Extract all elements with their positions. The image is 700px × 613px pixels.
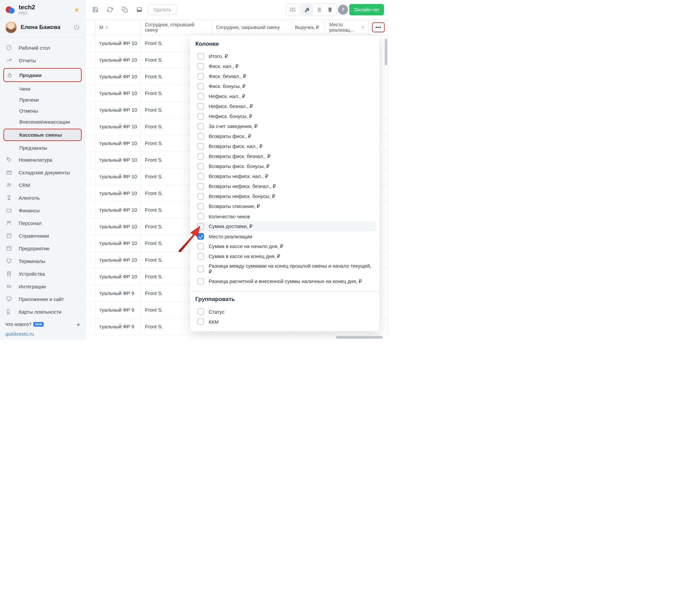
- trash-icon[interactable]: [324, 4, 336, 15]
- checkbox[interactable]: [197, 73, 204, 80]
- horizontal-scrollbar[interactable]: [87, 336, 383, 339]
- column-option[interactable]: Сумма доставки, ₽: [195, 221, 376, 231]
- column-option[interactable]: Возвраты фиск. нал., ₽: [195, 141, 376, 151]
- th-place[interactable]: Место реализац...▲▼: [325, 19, 369, 35]
- checkbox[interactable]: [197, 253, 204, 260]
- delete-button[interactable]: Удалить: [148, 4, 176, 15]
- checkbox[interactable]: [197, 203, 204, 210]
- sidebar-item-6[interactable]: Внесения/инкассации: [0, 116, 85, 127]
- column-option[interactable]: Сумма в кассе на конец дня, ₽: [195, 251, 376, 261]
- column-option[interactable]: Разница расчетной и внесенной суммы нали…: [195, 276, 376, 286]
- checkbox[interactable]: [197, 133, 204, 140]
- table-cell: [85, 318, 95, 335]
- group-option[interactable]: ККМ: [195, 317, 376, 327]
- column-option[interactable]: Возвраты фиск. безнал., ₽: [195, 151, 376, 161]
- whats-new-row[interactable]: Что нового? NEW «: [5, 319, 80, 329]
- sidebar-item-5[interactable]: Отмены: [0, 105, 85, 116]
- column-option[interactable]: Возвраты нефиск. безнал., ₽: [195, 181, 376, 191]
- column-option[interactable]: Место реализации: [195, 231, 376, 241]
- sidebar-item-16[interactable]: Предприятие: [0, 242, 85, 255]
- sliders-icon[interactable]: [287, 4, 298, 15]
- inbox-icon[interactable]: [133, 4, 145, 16]
- checkbox[interactable]: [197, 113, 204, 120]
- checkbox[interactable]: [197, 213, 204, 220]
- checkbox[interactable]: [197, 93, 204, 100]
- checkbox[interactable]: [197, 123, 204, 130]
- checkbox[interactable]: [197, 308, 204, 315]
- column-option[interactable]: Нефиск. безнал., ₽: [195, 101, 376, 111]
- checkbox[interactable]: [197, 173, 204, 180]
- help-icon[interactable]: ?: [338, 5, 348, 15]
- column-option[interactable]: Возвраты нефиск. нал., ₽: [195, 171, 376, 181]
- columns-more-button[interactable]: •••: [372, 22, 385, 32]
- checkbox[interactable]: [197, 223, 204, 230]
- column-option[interactable]: Фиск. безнал., ₽: [195, 71, 376, 81]
- sidebar-item-12[interactable]: Алкоголь: [0, 191, 85, 204]
- column-option-label: Сумма в кассе на начало дня, ₽: [209, 243, 283, 249]
- checkbox[interactable]: [197, 163, 204, 170]
- column-option[interactable]: Возвраты нефиск. бонусы, ₽: [195, 191, 376, 201]
- th-close-employee[interactable]: Сотрудник, закрывший смену: [212, 19, 291, 35]
- checkbox[interactable]: [197, 193, 204, 200]
- sidebar-item-18[interactable]: Устройства: [0, 268, 85, 280]
- column-option[interactable]: Нефиск. нал., ₽: [195, 91, 376, 101]
- sidebar-item-19[interactable]: Интеграции: [0, 280, 85, 293]
- column-option[interactable]: За счет заведения, ₽: [195, 121, 376, 131]
- checkbox[interactable]: [197, 183, 204, 190]
- vertical-scrollbar[interactable]: [384, 37, 387, 320]
- save-icon[interactable]: [89, 4, 101, 16]
- refresh-icon[interactable]: [104, 4, 116, 16]
- columns-dropdown[interactable]: Колонки Итого, ₽Фиск. нал., ₽Фиск. безна…: [190, 35, 379, 331]
- group-option[interactable]: Статус: [195, 306, 376, 317]
- sidebar-item-15[interactable]: Справочники: [0, 229, 85, 242]
- checkbox[interactable]: [197, 278, 204, 285]
- logout-icon[interactable]: [74, 24, 80, 31]
- column-option[interactable]: Возвраты фиск. бонусы, ₽: [195, 161, 376, 171]
- checkbox[interactable]: [197, 243, 204, 250]
- sidebar-item-13[interactable]: Финансы: [0, 204, 85, 217]
- footer-link[interactable]: quickresto.ru: [5, 329, 80, 337]
- sidebar-item-2[interactable]: Продажи: [3, 68, 82, 82]
- sidebar-item-9[interactable]: Номенклатура: [0, 153, 85, 166]
- checkbox[interactable]: [197, 83, 204, 90]
- checkbox[interactable]: [197, 53, 204, 60]
- column-option[interactable]: Возвраты фиск., ₽: [195, 131, 376, 141]
- checkbox[interactable]: [197, 143, 204, 150]
- sidebar-item-4[interactable]: Пречеки: [0, 94, 85, 105]
- th-revenue[interactable]: Выручка, ₽: [291, 19, 325, 35]
- collapse-sidebar-icon[interactable]: «: [77, 322, 80, 327]
- checkbox[interactable]: [197, 266, 204, 272]
- column-option[interactable]: Нефиск. бонусы, ₽: [195, 111, 376, 121]
- tools-icon[interactable]: [302, 4, 313, 15]
- checkbox[interactable]: [197, 318, 204, 325]
- sidebar-item-17[interactable]: Терминалы: [0, 255, 85, 268]
- sidebar-item-20[interactable]: Приложение и сайт: [0, 293, 85, 305]
- sidebar-item-8[interactable]: Предзаказы: [0, 142, 85, 153]
- checkbox[interactable]: [197, 63, 204, 70]
- checkbox[interactable]: [197, 153, 204, 160]
- column-option[interactable]: Итого, ₽: [195, 51, 376, 61]
- th-kkm[interactable]: М▲▼: [95, 19, 141, 35]
- sidebar-item-21[interactable]: Карты лояльности: [0, 305, 85, 316]
- sidebar-item-14[interactable]: Персонал: [0, 217, 85, 229]
- sidebar-item-7[interactable]: Кассовые смены: [3, 129, 82, 141]
- list-icon[interactable]: [313, 4, 324, 15]
- column-option[interactable]: Разница между суммами на конец прошлой с…: [195, 261, 376, 276]
- column-option[interactable]: Сумма в кассе на начало дня, ₽: [195, 241, 376, 251]
- th-open-employee[interactable]: Сотрудник, открывший смену: [141, 19, 212, 35]
- column-option[interactable]: Фиск. бонусы, ₽: [195, 81, 376, 91]
- sidebar-item-10[interactable]: Складские документы: [0, 166, 85, 179]
- sidebar-item-3[interactable]: Чеки: [0, 83, 85, 94]
- theme-icon[interactable]: ☀: [74, 6, 80, 14]
- column-option[interactable]: Фиск. нал., ₽: [195, 61, 376, 71]
- copy-icon[interactable]: [119, 4, 131, 16]
- checkbox[interactable]: [197, 233, 204, 240]
- online-chat-button[interactable]: Онлайн-чат: [349, 4, 384, 15]
- sidebar-item-11[interactable]: CRM: [0, 179, 85, 191]
- checkbox[interactable]: [197, 103, 204, 110]
- user-row[interactable]: Елена Бажова: [0, 18, 85, 38]
- sidebar-item-0[interactable]: Рабочий стол: [0, 41, 85, 54]
- column-option[interactable]: Возвраты списание, ₽: [195, 201, 376, 211]
- sidebar-item-1[interactable]: Отчеты: [0, 54, 85, 67]
- column-option[interactable]: Количество чеков: [195, 211, 376, 221]
